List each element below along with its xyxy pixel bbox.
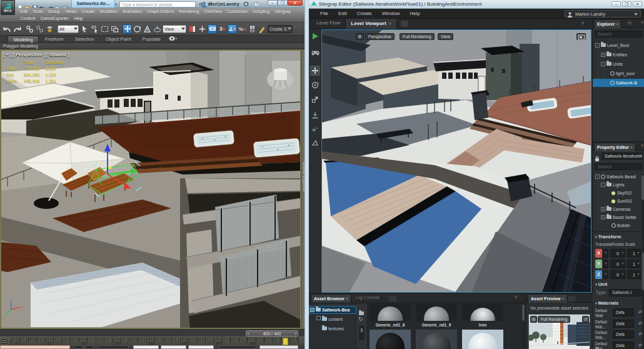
time-slider-handle[interactable]: ‹ 400 / 400 › (246, 330, 298, 336)
ribbon-tab-populate[interactable]: Populate (137, 36, 167, 43)
menu-content[interactable]: Content (18, 15, 38, 22)
asset-tree-textures[interactable]: textures (309, 325, 356, 333)
menu-scripting[interactable]: Scripting (250, 8, 272, 15)
ribbon-tab-object-paint[interactable]: Object Paint (100, 36, 137, 43)
window-crossing-icon[interactable] (110, 24, 119, 34)
tabbar-help-icon[interactable]: ? (581, 21, 584, 26)
project-folder-icon[interactable] (54, 2, 61, 8)
asset-thumbnail[interactable] (462, 304, 503, 321)
scale-tool-icon[interactable] (310, 94, 320, 104)
ribbon-minimize-icon[interactable] (166, 36, 180, 43)
sg-menu-help[interactable]: Help (405, 9, 425, 19)
viewport-fullscreen-icon[interactable] (576, 33, 586, 40)
rotate-y-spinner[interactable]: 0 (610, 260, 625, 268)
snap-rotate-icon[interactable]: n∘ (310, 124, 320, 134)
max-search-input[interactable]: Type a keyword or phrase (119, 1, 196, 8)
property-node-sun002[interactable]: Sun002 (593, 197, 644, 205)
reference-coordinate-dropdown[interactable]: View (163, 25, 186, 33)
max-3d-scene[interactable]: x y (1, 51, 300, 328)
next-frame-icon[interactable]: › (295, 331, 296, 336)
explorer-help-icon[interactable]: ? (641, 19, 643, 28)
user-caret-icon[interactable]: ▾ (237, 1, 239, 8)
angle-snap-icon[interactable]: ∡n (228, 24, 237, 34)
keyboard-shortcut-override-icon[interactable] (208, 24, 217, 34)
rotate-x-spinner[interactable]: 0 (610, 249, 625, 258)
asset-tree-content[interactable]: content (309, 315, 356, 323)
menu-gameexporter[interactable]: GameExporter (38, 15, 72, 22)
preview-gear-icon[interactable]: ⚙ (530, 316, 537, 323)
menu-edit[interactable]: Edit (18, 8, 30, 15)
property-name-field[interactable]: Saltwork-IterativeW (601, 153, 643, 159)
tab-asset-browser[interactable]: Asset Browser × (311, 294, 351, 303)
play-level-icon[interactable] (310, 31, 320, 41)
material-value[interactable]: Defa (613, 330, 634, 338)
select-object-icon[interactable] (80, 24, 89, 34)
max-viewport-label[interactable]: [ + ] [ Perspective ] [ Shaded ] (3, 52, 69, 58)
material-value[interactable]: Defa (613, 320, 634, 328)
menu-modifiers[interactable]: Modifiers (97, 8, 119, 15)
rectangular-selection-region-icon[interactable] (100, 24, 109, 34)
angle-snap-icon[interactable] (310, 138, 320, 148)
menu-help[interactable]: Help (71, 15, 85, 22)
materials-section-header[interactable]: Materials (595, 300, 618, 306)
scale-y-spinner[interactable]: 1 (627, 260, 641, 268)
menu-group[interactable]: Group (45, 8, 62, 15)
spinner-snap-icon[interactable]: ▲▼ (248, 24, 257, 34)
viewport-render-mode-button[interactable]: Full Rendering (400, 33, 435, 40)
tab-property-editor[interactable]: Property Editor × (594, 143, 636, 151)
viewport-camera-mode-button[interactable]: Perspective (365, 33, 395, 40)
refresh-icon[interactable]: ↻ (358, 316, 363, 322)
tree-toggle-icon[interactable]: - (595, 174, 600, 179)
coordinate-z-field[interactable] (188, 345, 214, 349)
material-value[interactable]: Defa (613, 341, 634, 349)
tab-ghost-button[interactable] (401, 21, 408, 27)
redo-icon[interactable] (47, 2, 53, 8)
property-node-sky002[interactable]: Sky002 (593, 189, 644, 197)
transform-section-header[interactable]: Transform (595, 234, 621, 240)
asset-thumbnail-label[interactable]: Iron (461, 323, 505, 327)
property-node-root[interactable]: -Saltwork-Beast (593, 173, 644, 181)
scrollbar-thumb[interactable] (522, 305, 525, 321)
sg-menu-file[interactable]: File (315, 9, 333, 19)
select-link-icon[interactable] (25, 24, 34, 34)
tab-level-flow[interactable]: Level Flow (311, 18, 345, 29)
menu-stingray[interactable]: Stingray (272, 8, 293, 15)
save-icon[interactable] (32, 2, 38, 8)
translate-z-spinner[interactable] (603, 270, 608, 279)
max-maximize-button[interactable]: ❐ (278, 0, 288, 6)
menu-animation[interactable]: Animation (120, 8, 144, 15)
tab-close-icon[interactable]: × (561, 296, 564, 301)
stingray-user-widget[interactable]: Marion Landry (565, 10, 641, 18)
tab-close-icon[interactable]: × (346, 296, 348, 301)
select-and-manipulate-icon[interactable] (198, 24, 207, 34)
rotate-tool-icon[interactable] (310, 80, 320, 90)
menu-customize[interactable]: Customize (224, 8, 250, 15)
thumbnail-size-slider[interactable] (360, 326, 364, 340)
property-editor-help-icon[interactable]: ? (641, 142, 643, 151)
max-track-bar[interactable]: 0 50 100 150 200 250 300 350 (0, 336, 306, 345)
tree-toggle-icon[interactable]: + (601, 215, 605, 220)
tab-level-viewport[interactable]: Level Viewport× (345, 18, 397, 29)
sg-menu-window[interactable]: Window (377, 9, 405, 19)
tab-close-icon[interactable]: × (389, 21, 392, 26)
doc-tab-caret-icon[interactable]: ▾ (115, 2, 117, 6)
unlink-icon[interactable] (35, 24, 44, 34)
snap-translate-icon[interactable] (310, 110, 320, 120)
translate-x-spinner[interactable] (603, 249, 608, 258)
tree-toggle-icon[interactable]: - (601, 62, 605, 66)
property-node-building[interactable]: Buildin (593, 221, 644, 230)
stingray-viewport[interactable]: ⚙ Perspective Full Rendering View (321, 29, 591, 293)
select-place-icon[interactable] (153, 24, 162, 34)
workspace-dropdown-icon[interactable] (62, 2, 68, 8)
maxscript-mini-listener[interactable] (0, 345, 70, 349)
tree-toggle-icon[interactable]: + (601, 53, 605, 57)
named-selection-dropdown[interactable]: Create S (268, 25, 293, 33)
menu-create[interactable]: Create (79, 8, 97, 15)
preview-reset-icon[interactable]: ↺ (582, 316, 589, 323)
tab-asset-preview[interactable]: Asset Preview × (528, 294, 568, 303)
menu-views[interactable]: Views (63, 8, 79, 15)
stingray-minimize-button[interactable]: – (611, 1, 621, 7)
tab-ghost-button[interactable] (568, 296, 575, 301)
max-viewport[interactable]: x y [ + ] [ Perspective ] [ Shaded ] Tot… (1, 51, 300, 328)
menu-graph-editors[interactable]: Graph Editors (144, 8, 176, 15)
